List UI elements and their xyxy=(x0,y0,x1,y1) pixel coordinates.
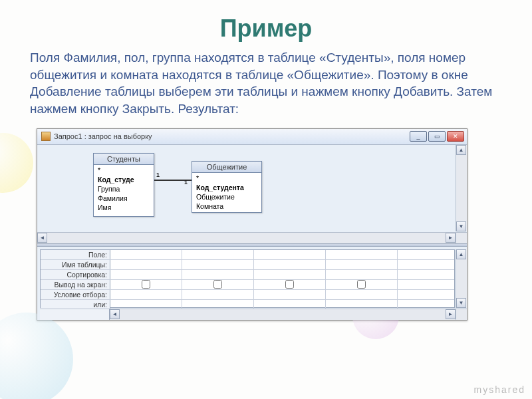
field-gruppa[interactable]: Группа xyxy=(94,184,154,194)
scroll-corner xyxy=(456,232,467,243)
window-titlebar[interactable]: Запрос1 : запрос на выборку _ ▭ ✕ xyxy=(37,129,467,145)
design-grid-row: Поле: xyxy=(41,250,454,260)
design-grid-cell[interactable] xyxy=(326,250,398,259)
field-kod-studenta[interactable]: Код_студента xyxy=(192,183,261,192)
scroll-down-icon[interactable]: ▼ xyxy=(456,298,466,308)
scroll-left-icon[interactable]: ◄ xyxy=(110,309,120,319)
scroll-corner xyxy=(456,309,467,320)
design-grid-row-label: Вывод на экран: xyxy=(41,280,110,289)
design-grid-pane: Поле:Имя таблицы:Сортировка:Вывод на экр… xyxy=(37,247,467,320)
maximize-button[interactable]: ▭ xyxy=(428,131,446,142)
field-komnata[interactable]: Комната xyxy=(192,201,261,211)
design-grid-row-label: Имя таблицы: xyxy=(41,260,110,269)
design-grid-cell[interactable] xyxy=(182,290,254,299)
field-obshezhitie[interactable]: Общежитие xyxy=(192,192,261,201)
show-on-screen-checkbox[interactable] xyxy=(285,280,294,289)
lower-horizontal-scrollbar[interactable]: ◄ ► xyxy=(110,309,456,320)
scroll-track[interactable] xyxy=(47,233,446,243)
design-grid-cell[interactable] xyxy=(326,270,398,279)
design-grid-row: Вывод на экран: xyxy=(41,280,454,290)
table-dorm-fields: * Код_студента Общежитие Комната xyxy=(192,173,261,211)
design-grid-cell[interactable] xyxy=(254,290,326,299)
scroll-up-icon[interactable]: ▲ xyxy=(456,145,466,155)
design-grid-cell[interactable] xyxy=(326,300,398,309)
grid-label-footer xyxy=(40,309,110,320)
design-grid-cell[interactable] xyxy=(182,280,254,289)
design-grid-cell[interactable] xyxy=(182,270,254,279)
design-grid-cell[interactable] xyxy=(326,280,398,289)
design-grid-cell[interactable] xyxy=(254,260,326,269)
design-grid[interactable]: Поле:Имя таблицы:Сортировка:Вывод на экр… xyxy=(40,249,455,308)
scroll-down-icon[interactable]: ▼ xyxy=(456,221,466,231)
decor-bubble-yellow xyxy=(0,133,33,193)
design-grid-cell[interactable] xyxy=(110,250,182,259)
design-grid-row-label: Поле: xyxy=(41,250,110,259)
design-grid-row: Имя таблицы: xyxy=(41,260,454,270)
relationship-cardinality-right: 1 xyxy=(184,179,188,186)
scroll-right-icon[interactable]: ► xyxy=(446,233,456,243)
upper-horizontal-scrollbar[interactable]: ◄ ► xyxy=(37,232,456,243)
design-grid-row-label: или: xyxy=(41,300,110,309)
show-on-screen-checkbox[interactable] xyxy=(357,280,366,289)
minimize-button[interactable]: _ xyxy=(410,131,427,142)
design-grid-cell[interactable] xyxy=(110,290,182,299)
scroll-track[interactable] xyxy=(120,309,446,320)
design-grid-cell[interactable] xyxy=(254,300,326,309)
scroll-right-icon[interactable]: ► xyxy=(446,309,456,319)
app-icon xyxy=(41,132,51,141)
field-kod-studenta[interactable]: Код_студе xyxy=(94,175,154,184)
field-star[interactable]: * xyxy=(94,166,154,175)
relationship-cardinality-left: 1 xyxy=(156,172,160,178)
field-familiya[interactable]: Фамилия xyxy=(94,194,154,203)
design-grid-cell[interactable] xyxy=(182,260,254,269)
design-grid-row-label: Условие отбора: xyxy=(41,290,110,299)
show-on-screen-checkbox[interactable] xyxy=(142,280,150,289)
design-grid-cell[interactable] xyxy=(110,300,182,309)
field-star[interactable]: * xyxy=(192,174,261,183)
table-students-fields: * Код_студе Группа Фамилия Имя xyxy=(94,165,154,213)
table-students[interactable]: Студенты * Код_студе Группа Фамилия Имя xyxy=(93,153,154,217)
lower-vertical-scrollbar[interactable]: ▲ ▼ xyxy=(456,249,467,308)
design-grid-cell[interactable] xyxy=(326,260,398,269)
design-grid-cell[interactable] xyxy=(110,270,182,279)
page-description: Поля Фамилия, пол, группа находятся в та… xyxy=(0,49,532,126)
design-grid-row-label: Сортировка: xyxy=(41,270,110,279)
scroll-left-icon[interactable]: ◄ xyxy=(37,233,47,243)
field-imya[interactable]: Имя xyxy=(94,203,154,212)
window-controls: _ ▭ ✕ xyxy=(410,131,464,142)
window-title: Запрос1 : запрос на выборку xyxy=(54,132,410,140)
design-grid-cell[interactable] xyxy=(182,300,254,309)
decor-bubble-blue xyxy=(0,313,73,399)
show-on-screen-checkbox[interactable] xyxy=(213,280,222,289)
query-designer-window: Запрос1 : запрос на выборку _ ▭ ✕ Студен… xyxy=(37,128,467,321)
design-grid-cell[interactable] xyxy=(110,260,182,269)
design-grid-row: Условие отбора: xyxy=(41,290,454,300)
watermark: myshared xyxy=(474,384,525,395)
upper-vertical-scrollbar[interactable]: ▲ ▼ xyxy=(456,145,467,231)
close-button[interactable]: ✕ xyxy=(447,131,464,142)
design-grid-cell[interactable] xyxy=(326,290,398,299)
scroll-up-icon[interactable]: ▲ xyxy=(456,249,466,259)
design-grid-row: Сортировка: xyxy=(41,270,454,280)
design-grid-cell[interactable] xyxy=(182,250,254,259)
design-grid-cell[interactable] xyxy=(254,250,326,259)
relationships-pane[interactable]: Студенты * Код_студе Группа Фамилия Имя … xyxy=(37,145,467,243)
design-grid-cell[interactable] xyxy=(254,280,326,289)
table-students-header[interactable]: Студенты xyxy=(94,154,154,165)
page-title: Пример xyxy=(0,0,532,49)
design-grid-cell[interactable] xyxy=(110,280,182,289)
table-dorm-header[interactable]: Общежитие xyxy=(192,162,261,173)
table-dorm[interactable]: Общежитие * Код_студента Общежитие Комна… xyxy=(192,161,262,213)
design-grid-cell[interactable] xyxy=(254,270,326,279)
